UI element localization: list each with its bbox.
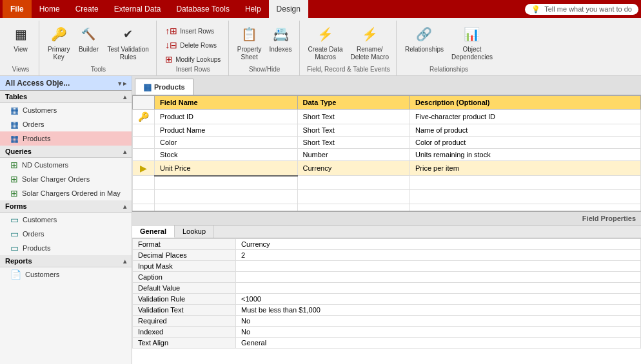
- nav-item-customers-form[interactable]: ▭ Customers: [0, 213, 132, 227]
- field-name-cell[interactable]: Product Name: [155, 124, 298, 137]
- nav-item-nd-customers[interactable]: ⊞ ND Customers: [0, 158, 132, 172]
- nav-item-products-form[interactable]: ▭ Products: [0, 241, 132, 255]
- data-type-cell[interactable]: Number: [297, 149, 409, 161]
- empty-field[interactable]: [155, 204, 298, 212]
- solar-charger-orders-label: Solar Charger Orders: [22, 175, 90, 183]
- desc-cell[interactable]: Price per item: [409, 161, 640, 176]
- table-row-empty[interactable]: [133, 190, 641, 204]
- field-name-cell[interactable]: Unit Price: [155, 161, 298, 176]
- nav-item-solar-chargers-ordered-in-may[interactable]: ⊞ Solar Chargers Ordered in May: [0, 186, 132, 200]
- fp-label-caption: Caption: [133, 272, 236, 283]
- menu-home[interactable]: Home: [32, 0, 68, 18]
- tell-me-box[interactable]: 💡 Tell me what you want to do: [525, 4, 638, 15]
- data-type-header: Data Type: [297, 96, 409, 110]
- delete-rows-icon: ↓⊟: [165, 40, 177, 50]
- fp-value-validation-text[interactable]: Must be less than $1,000: [236, 305, 641, 316]
- lightbulb-icon: 💡: [531, 5, 540, 14]
- products-table-label: Products: [23, 135, 50, 142]
- create-data-macros-button[interactable]: ⚡ Create DataMacros: [305, 22, 346, 66]
- table-row[interactable]: Product Name Short Text Name of product: [133, 124, 641, 137]
- fp-value-format[interactable]: Currency: [236, 239, 641, 250]
- fp-value-indexed[interactable]: No: [236, 327, 641, 338]
- table-row[interactable]: Color Short Text Color of product: [133, 137, 641, 149]
- menu-create[interactable]: Create: [68, 0, 106, 18]
- reports-section-header[interactable]: Reports ▴: [0, 255, 132, 267]
- menu-items: Home Create External Data Database Tools…: [32, 0, 308, 18]
- field-name-cell[interactable]: Stock: [155, 149, 298, 161]
- primary-key-button[interactable]: 🔑 PrimaryKey: [44, 22, 73, 66]
- nav-section-tables: Tables ▴ ▦ Customers ▦ Orders ▦ Products: [0, 91, 132, 146]
- desc-cell[interactable]: Units remaining in stock: [409, 149, 640, 161]
- queries-section-header[interactable]: Queries ▴: [0, 146, 132, 158]
- table-row-empty[interactable]: [133, 176, 641, 190]
- field-name-cell[interactable]: Color: [155, 137, 298, 149]
- empty-type[interactable]: [297, 176, 409, 190]
- table-row-empty[interactable]: [133, 204, 641, 212]
- rename-delete-macro-button[interactable]: ⚡ Rename/Delete Macro: [348, 22, 392, 66]
- nav-item-solar-charger-orders[interactable]: ⊞ Solar Charger Orders: [0, 172, 132, 186]
- fp-value-validation-rule[interactable]: <1000: [236, 294, 641, 305]
- table-row[interactable]: Stock Number Units remaining in stock: [133, 149, 641, 161]
- delete-rows-button[interactable]: ↓⊟ Delete Rows: [163, 39, 219, 52]
- data-type-cell[interactable]: Short Text: [297, 137, 409, 149]
- empty-type[interactable]: [297, 190, 409, 204]
- property-sheet-button[interactable]: 📋 PropertySheet: [234, 22, 265, 66]
- indexes-button[interactable]: 📇 Indexes: [266, 22, 295, 66]
- empty-type[interactable]: [297, 204, 409, 212]
- table-row-active[interactable]: ▶ Unit Price Currency Price per item: [133, 161, 641, 176]
- show-hide-group-label: Show/Hide: [230, 66, 299, 73]
- nav-header[interactable]: All Access Obje... ▾ ▸: [0, 76, 132, 91]
- empty-desc[interactable]: [409, 176, 640, 190]
- tables-section-header[interactable]: Tables ▴: [0, 91, 132, 103]
- menu-external-data[interactable]: External Data: [106, 0, 169, 18]
- view-icon: ▦: [10, 24, 31, 44]
- tab-icon: ▦: [143, 82, 152, 92]
- object-dependencies-button[interactable]: 📊 ObjectDependencies: [448, 22, 496, 66]
- menu-database-tools[interactable]: Database Tools: [168, 0, 237, 18]
- fp-tab-lookup[interactable]: Lookup: [175, 225, 214, 238]
- nav-item-customers-report[interactable]: 📄 Customers: [0, 267, 132, 282]
- empty-desc[interactable]: [409, 190, 640, 204]
- fp-row-required: Required No: [133, 316, 641, 327]
- fp-label-indexed: Indexed: [133, 327, 236, 338]
- desc-cell[interactable]: Color of product: [409, 137, 640, 149]
- menu-file[interactable]: File: [3, 0, 32, 18]
- tell-me-text: Tell me what you want to do: [544, 5, 632, 13]
- field-record-group-label: Field, Record & Table Events: [301, 66, 396, 73]
- forms-label: Forms: [5, 202, 27, 210]
- data-type-cell[interactable]: Short Text: [297, 110, 409, 124]
- menu-design[interactable]: Design: [269, 0, 308, 18]
- desc-cell[interactable]: Five-character product ID: [409, 110, 640, 124]
- builder-button[interactable]: 🔨 Builder: [74, 22, 103, 66]
- empty-field[interactable]: [155, 176, 298, 190]
- products-tab[interactable]: ▦ Products: [135, 79, 193, 95]
- forms-section-header[interactable]: Forms ▴: [0, 200, 132, 213]
- menu-help[interactable]: Help: [237, 0, 269, 18]
- data-type-cell[interactable]: Currency: [297, 161, 409, 176]
- modify-lookups-button[interactable]: ⊞ Modify Lookups: [163, 53, 223, 66]
- fp-value-required[interactable]: No: [236, 316, 641, 327]
- form-icon-customers: ▭: [10, 215, 19, 225]
- fp-value-default[interactable]: [236, 283, 641, 294]
- test-validation-button[interactable]: ✔ Test ValidationRules: [104, 22, 152, 66]
- data-type-cell[interactable]: Short Text: [297, 124, 409, 137]
- fp-value-input-mask[interactable]: [236, 261, 641, 272]
- insert-rows-button[interactable]: ↑⊞ Insert Rows: [163, 24, 217, 37]
- table-row[interactable]: 🔑 Product ID Short Text Five-character p…: [133, 110, 641, 124]
- fp-tab-general[interactable]: General: [132, 225, 175, 238]
- relationships-button[interactable]: 🔗 Relationships: [402, 22, 447, 66]
- field-name-cell[interactable]: Product ID: [155, 110, 298, 124]
- empty-field[interactable]: [155, 190, 298, 204]
- nav-item-orders-table[interactable]: ▦ Orders: [0, 117, 132, 131]
- fp-value-decimal[interactable]: 2: [236, 250, 641, 261]
- object-dependencies-icon: 📊: [462, 24, 482, 44]
- view-button[interactable]: ▦ View: [6, 22, 35, 66]
- fp-value-text-align[interactable]: General: [236, 338, 641, 349]
- desc-cell[interactable]: Name of product: [409, 124, 640, 137]
- fp-value-caption[interactable]: [236, 272, 641, 283]
- orders-form-label: Orders: [23, 230, 44, 238]
- nav-item-orders-form[interactable]: ▭ Orders: [0, 227, 132, 241]
- nav-item-customers-table[interactable]: ▦ Customers: [0, 103, 132, 117]
- empty-desc[interactable]: [409, 204, 640, 212]
- nav-item-products-table[interactable]: ▦ Products: [0, 131, 132, 146]
